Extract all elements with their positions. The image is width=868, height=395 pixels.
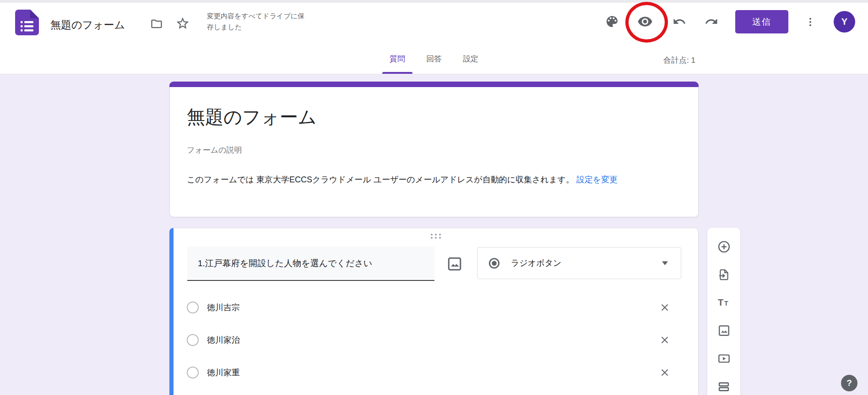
option-label[interactable]: 徳川家治 [207,331,240,349]
tab-bar: 質問 回答 設定 合計点: 1 [0,44,868,74]
drag-handle[interactable] [431,234,441,239]
tab-questions-label: 質問 [390,54,405,64]
theme-color-bar [169,82,699,87]
chevron-down-icon [662,261,668,265]
add-question-button[interactable] [717,240,731,253]
add-title-text-button[interactable]: T T [717,296,731,309]
add-video-icon [717,352,731,365]
option-label[interactable]: 徳川吉宗 [207,298,240,317]
folder-icon [150,17,163,30]
preview-button[interactable] [635,11,655,32]
add-question-image-button[interactable] [445,254,465,274]
customize-theme-button[interactable] [602,11,622,32]
radio-button-icon [488,257,500,269]
add-title-text-icon: T T [717,297,731,308]
help-button[interactable]: ? [841,375,857,391]
star-button[interactable] [173,13,193,33]
undo-button[interactable] [669,11,689,32]
document-title[interactable]: 無題のフォーム [50,18,125,32]
option-row: 徳川家治 [174,331,699,349]
undo-icon [673,15,686,28]
remove-option-button[interactable] [658,366,671,379]
send-button[interactable]: 送信 [735,10,788,33]
window-edge [0,0,868,3]
form-title-field[interactable]: 無題のフォーム [187,104,317,130]
add-section-icon [717,380,730,393]
option-radio[interactable] [187,367,199,379]
import-questions-button[interactable] [717,268,731,281]
option-radio[interactable] [187,334,199,346]
tab-responses[interactable]: 回答 [419,44,449,74]
svg-text:T: T [718,297,723,307]
save-status-text[interactable]: 変更内容をすべてドライブに保存しました [207,11,308,33]
question-type-dropdown[interactable]: ラジオボタン [477,247,681,279]
tab-questions[interactable]: 質問 [382,44,412,74]
form-edit-area: 無題のフォーム フォームの説明 このフォームでは 東京大学ECCSクラウドメール… [0,74,868,395]
tab-settings-label: 設定 [463,54,478,64]
account-avatar[interactable]: Y [834,11,855,33]
add-section-button[interactable] [717,380,731,393]
image-icon [446,256,463,272]
more-vert-icon [805,16,816,27]
remove-option-button[interactable] [658,301,671,314]
redo-icon [705,15,718,28]
form-description-field[interactable]: フォームの説明 [187,145,242,155]
tab-responses-label: 回答 [426,54,442,64]
email-collection-notice-text: このフォームでは 東京大学ECCSクラウドメール ユーザーのメールアドレスが自動… [187,175,574,184]
option-row: 徳川吉宗 [174,298,699,317]
app-header: 無題のフォーム 変更内容をすべてドライブに保存しました 送信 [0,0,868,74]
more-options-button[interactable] [800,12,820,32]
option-radio[interactable] [187,302,199,313]
question-card: 1.江戸幕府を開設した人物を選んでください ラジオボタン 徳川吉宗 [169,228,699,395]
add-image-icon [717,324,731,337]
redo-button[interactable] [701,11,722,32]
add-video-button[interactable] [717,352,731,365]
star-icon [175,16,190,31]
add-image-button[interactable] [717,324,731,337]
question-type-label: ラジオボタン [511,258,562,269]
tab-settings[interactable]: 設定 [456,44,486,74]
forms-logo-icon[interactable] [15,10,39,35]
total-points-label: 合計点: 1 [663,55,695,66]
close-icon [659,367,670,378]
move-to-folder-button[interactable] [146,14,167,34]
change-settings-link[interactable]: 設定を変更 [576,175,618,184]
palette-icon [605,14,619,29]
close-icon [659,335,670,346]
side-toolbar: T T [707,228,740,395]
svg-text:T: T [724,300,728,307]
preview-eye-icon [637,14,653,29]
option-row: 徳川家重 [174,363,699,382]
add-question-icon [717,240,731,253]
form-header-card: 無題のフォーム フォームの説明 このフォームでは 東京大学ECCSクラウドメール… [169,82,699,217]
question-title-input[interactable]: 1.江戸幕府を開設した人物を選んでください [187,247,434,281]
active-tab-underline [382,72,412,74]
close-icon [659,302,670,313]
option-label[interactable]: 徳川家重 [207,363,240,382]
remove-option-button[interactable] [658,334,671,346]
email-collection-notice: このフォームでは 東京大学ECCSクラウドメール ユーザーのメールアドレスが自動… [187,172,687,187]
import-questions-icon [718,269,730,281]
